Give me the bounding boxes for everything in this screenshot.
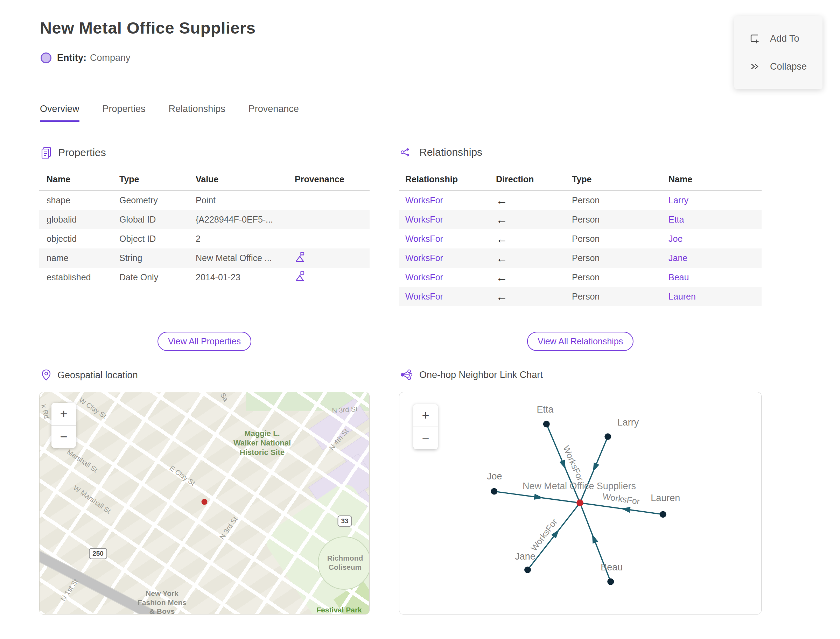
relationships-table: RelationshipDirectionTypeName WorksFor←P… — [399, 171, 762, 306]
tab-properties[interactable]: Properties — [103, 103, 146, 122]
relationship-type: Person — [572, 215, 668, 225]
center-entity-node[interactable] — [576, 499, 584, 506]
table-row: WorksFor←PersonLauren — [399, 287, 762, 306]
tab-overview[interactable]: Overview — [40, 103, 80, 122]
related-entity-link[interactable]: Joe — [668, 234, 682, 243]
property-provenance — [295, 270, 370, 284]
relationship-link[interactable]: WorksFor — [405, 195, 443, 205]
map-label: N 3rd St — [332, 405, 358, 415]
direction-arrow: ← — [496, 271, 508, 284]
provenance-flag-icon[interactable] — [295, 251, 305, 263]
column-header: Value — [196, 174, 295, 184]
relationships-section-header: Relationships — [400, 146, 482, 158]
share-node-graph-icon — [400, 369, 413, 380]
map-zoom-out-button[interactable]: − — [51, 426, 76, 448]
chart-zoom-out-button[interactable]: − — [414, 427, 438, 449]
table-row: WorksFor←PersonJoe — [399, 229, 762, 248]
relationship-link[interactable]: WorksFor — [405, 253, 443, 263]
route-shield: 250 — [89, 548, 107, 559]
property-type: Global ID — [119, 215, 196, 225]
entity-type-dot-icon — [41, 52, 51, 64]
related-entity-link[interactable]: Jane — [668, 253, 687, 263]
tabs: OverviewPropertiesRelationshipsProvenanc… — [40, 103, 299, 122]
table-row: WorksFor←PersonBeau — [399, 268, 762, 287]
property-name: objectid — [39, 234, 119, 244]
view-all-relationships-button[interactable]: View All Relationships — [527, 332, 633, 351]
table-row: establishedDate Only2014-01-23 — [39, 268, 370, 287]
map-label: New YorkFashion Mens& Boys — [138, 589, 186, 615]
property-type: Geometry — [119, 195, 196, 205]
table-row: WorksFor←PersonEtta — [399, 210, 762, 229]
relationship-link[interactable]: WorksFor — [405, 272, 443, 282]
route-shield: 33 — [337, 515, 352, 527]
map-zoom-in-button[interactable]: + — [51, 403, 76, 425]
relationship-type: Person — [572, 291, 668, 302]
geospatial-section-header: Geospatial location — [41, 369, 138, 381]
related-entity-link[interactable]: Etta — [668, 215, 684, 224]
direction-arrow: ← — [496, 252, 508, 265]
relationship-link[interactable]: WorksFor — [405, 215, 443, 224]
tab-provenance[interactable]: Provenance — [248, 103, 299, 122]
table-row: globalidGlobal ID{A228944F-0EF5-... — [39, 210, 370, 229]
property-name: shape — [39, 195, 119, 205]
node-label: Lauren — [651, 493, 680, 503]
node-label: Larry — [617, 417, 639, 428]
double-chevron-right-icon — [749, 61, 760, 72]
property-value: {A228944F-0EF5-... — [196, 215, 295, 225]
edge-arrowhead — [534, 494, 543, 500]
page-title: New Metal Office Suppliers — [40, 18, 256, 37]
related-entity-link[interactable]: Lauren — [668, 291, 696, 301]
property-type: String — [119, 253, 196, 263]
relationships-icon — [400, 146, 413, 158]
chart-zoom-control: + − — [414, 404, 438, 449]
edge-label: WorksFor — [602, 491, 641, 506]
person-node[interactable] — [543, 421, 550, 427]
map-entity-marker[interactable] — [202, 499, 208, 505]
tab-relationships[interactable]: Relationships — [169, 103, 225, 122]
property-name: name — [39, 253, 119, 263]
relationship-link[interactable]: WorksFor — [405, 234, 443, 243]
direction-arrow: ← — [496, 194, 508, 207]
properties-table-body: shapeGeometryPointglobalidGlobal ID{A228… — [39, 191, 370, 287]
view-all-properties-button[interactable]: View All Properties — [158, 332, 251, 351]
person-node[interactable] — [660, 511, 667, 518]
person-node[interactable] — [605, 433, 611, 440]
property-type: Date Only — [119, 272, 196, 282]
map-label: Maggie L.Walker NationalHistoric Site — [234, 429, 291, 457]
table-row: shapeGeometryPoint — [39, 191, 370, 210]
link-chart-panel[interactable]: WorksForWorksForWorksForEttaLarryJoeLaur… — [399, 392, 762, 615]
related-entity-link[interactable]: Larry — [668, 195, 689, 205]
map-zoom-control: + − — [51, 403, 76, 448]
entity-actions-panel: Add To Collapse — [734, 16, 822, 89]
edge-arrowhead — [621, 507, 631, 513]
relationships-table-body: WorksFor←PersonLarryWorksFor←PersonEttaW… — [399, 191, 762, 306]
relationship-type: Person — [572, 272, 668, 282]
entity-row: Entity: Company — [41, 52, 130, 64]
column-header: Provenance — [295, 174, 370, 184]
person-node[interactable] — [607, 579, 614, 585]
person-node[interactable] — [524, 567, 531, 573]
link-chart-canvas[interactable]: WorksForWorksForWorksForEttaLarryJoeLaur… — [399, 392, 761, 614]
one-hop-section-title: One-hop Neighbor Link Chart — [419, 370, 543, 380]
relationship-link[interactable]: WorksFor — [405, 291, 443, 301]
properties-table-header: NameTypeValueProvenance — [39, 171, 370, 191]
direction-arrow: ← — [496, 232, 508, 245]
column-header: Type — [119, 174, 196, 184]
chart-zoom-in-button[interactable]: + — [414, 404, 438, 427]
table-row: WorksFor←PersonLarry — [399, 191, 762, 210]
property-value: Point — [196, 195, 295, 205]
edge-arrowhead — [559, 460, 566, 469]
node-label: Jane — [515, 551, 535, 562]
properties-icon — [41, 146, 52, 159]
geospatial-map[interactable]: k RdW Clay StSaN 3rd StN 4th StMaggie L.… — [39, 392, 370, 615]
related-entity-link[interactable]: Beau — [668, 272, 689, 282]
collapse-label: Collapse — [770, 61, 807, 72]
provenance-flag-icon[interactable] — [295, 270, 305, 282]
column-header: Name — [39, 174, 119, 184]
person-node[interactable] — [491, 488, 497, 495]
add-to-button[interactable]: Add To — [749, 33, 822, 44]
collapse-button[interactable]: Collapse — [749, 61, 822, 72]
edge-arrowhead — [593, 462, 599, 472]
relationships-table-header: RelationshipDirectionTypeName — [399, 171, 762, 191]
direction-arrow: ← — [496, 213, 508, 226]
